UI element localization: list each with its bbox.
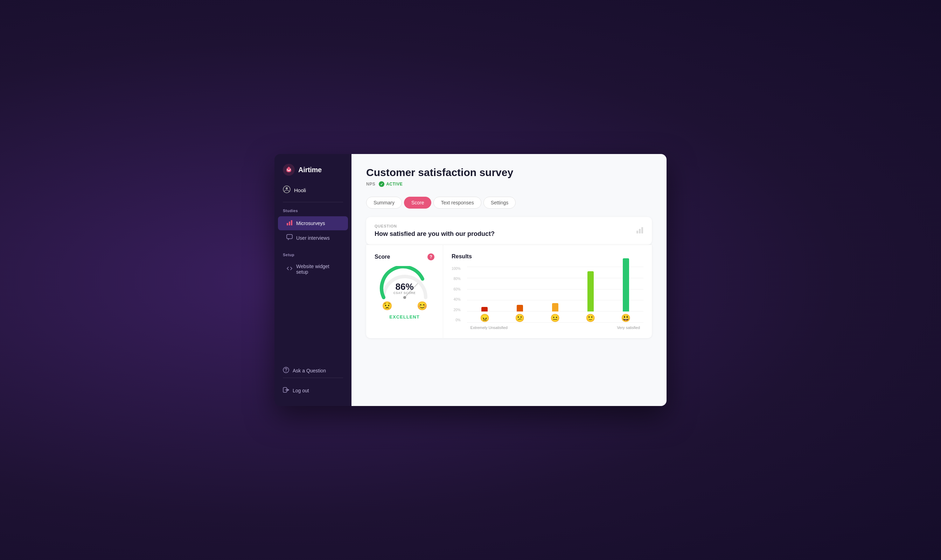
log-out-label: Log out (293, 388, 309, 394)
chart-area: 100% 80% 60% 40% 20% 0% (451, 267, 644, 330)
emoji-row: 😟 😊 (382, 301, 427, 311)
emoji-right: 😊 (417, 301, 427, 311)
svg-point-2 (286, 187, 288, 189)
bar-1 (481, 307, 488, 311)
bar-4 (587, 271, 594, 311)
sidebar-item-user-interviews-label: User interviews (296, 235, 330, 241)
sidebar-item-widget-setup[interactable]: Website widget setup (278, 260, 348, 278)
setup-section: Setup Website widget setup (274, 253, 351, 278)
question-text: How satisfied are you with our product? (374, 230, 494, 238)
active-status-dot (379, 181, 384, 187)
studies-label: Studies (274, 209, 351, 216)
bar-3 (552, 303, 558, 311)
app-container: Airtime Hooli Studies (274, 154, 667, 406)
tab-settings[interactable]: Settings (484, 197, 516, 209)
sidebar-item-microsurveys[interactable]: Microsurveys (278, 216, 348, 230)
y-label-20: 20% (451, 308, 461, 312)
bar-5 (623, 258, 629, 311)
x-label-left: Extremely Unsatisfied (470, 326, 508, 330)
svg-rect-5 (291, 220, 292, 225)
bar-2 (517, 305, 523, 311)
bar-emoji-3: 😐 (550, 314, 560, 323)
bar-emoji-1: 😠 (480, 314, 490, 323)
y-label-40: 40% (451, 297, 461, 302)
studies-section: Studies Microsurveys (274, 209, 351, 246)
y-label-80: 80% (451, 277, 461, 281)
chart-bars-wrapper: 😠 😕 😐 (467, 267, 644, 323)
tab-text-responses[interactable]: Text responses (433, 197, 481, 209)
help-circle-icon (283, 367, 289, 374)
cards-row: Score ? 86% CS (366, 245, 652, 338)
user-section: Hooli (274, 186, 351, 202)
bar-group-4: 🙂 (586, 271, 595, 323)
logo: Airtime (274, 164, 351, 186)
bar-emoji-4: 🙂 (586, 314, 595, 323)
user-avatar-icon (283, 186, 291, 195)
sidebar: Airtime Hooli Studies (274, 154, 351, 406)
log-out-icon (283, 387, 289, 394)
sidebar-divider-1 (283, 202, 343, 202)
sidebar-divider-2 (283, 378, 343, 378)
bar-emoji-5: 😃 (621, 314, 630, 323)
bars-row: 😠 😕 😐 (467, 267, 644, 323)
code-icon (286, 265, 293, 273)
bar-group-2: 😕 (515, 305, 524, 323)
question-label: QUESTION (374, 224, 494, 228)
sidebar-bottom: Ask a Question Log out (274, 364, 351, 398)
tab-score[interactable]: Score (404, 197, 432, 209)
log-out-item[interactable]: Log out (274, 384, 351, 398)
results-card: Results 100% 80% 60% 40% 20% 0% (443, 245, 652, 338)
sidebar-item-user-interviews[interactable]: User interviews (278, 231, 348, 245)
main-content: Customer satisfaction survey NPS ACTIVE … (351, 154, 667, 406)
chart-icon (636, 226, 644, 235)
x-axis-labels: Extremely Unsatisfied Very satisfied (467, 326, 644, 330)
gauge-container: 86% CSAT SCORE (379, 266, 431, 297)
question-card: QUESTION How satisfied are you with our … (366, 217, 652, 245)
meta-active-label: ACTIVE (386, 182, 403, 186)
tab-summary[interactable]: Summary (366, 197, 402, 209)
tab-bar: Summary Score Text responses Settings (366, 197, 652, 209)
x-label-right: Very satisfied (617, 326, 640, 330)
gauge-value: 86% CSAT SCORE (393, 282, 416, 295)
page-meta: NPS ACTIVE (366, 181, 652, 187)
gauge-percent: 86% (393, 282, 416, 291)
svg-rect-11 (639, 229, 641, 234)
help-icon[interactable]: ? (427, 254, 434, 260)
bar-group-1: 😠 (480, 307, 490, 323)
question-content: QUESTION How satisfied are you with our … (374, 224, 494, 238)
svg-point-8 (286, 371, 286, 372)
svg-rect-12 (641, 227, 643, 234)
sidebar-item-widget-setup-label: Website widget setup (296, 263, 340, 275)
ask-question-label: Ask a Question (293, 368, 326, 374)
excellent-label: EXCELLENT (389, 314, 419, 320)
setup-label: Setup (274, 253, 351, 260)
ask-question-item[interactable]: Ask a Question (274, 364, 351, 378)
svg-rect-10 (636, 231, 638, 234)
bar-chart-icon (286, 220, 293, 227)
question-header: QUESTION How satisfied are you with our … (374, 224, 644, 245)
y-label-0: 0% (451, 318, 461, 322)
score-card-header: Score ? (374, 254, 434, 260)
svg-rect-4 (289, 222, 290, 225)
meta-nps: NPS (366, 182, 375, 186)
svg-rect-3 (287, 223, 288, 225)
chat-icon (286, 234, 293, 242)
bar-group-5: 😃 (621, 258, 630, 323)
chart-inner: 😠 😕 😐 (467, 267, 644, 330)
score-title: Score (374, 254, 390, 260)
bar-emoji-2: 😕 (515, 314, 524, 323)
y-label-60: 60% (451, 287, 461, 291)
user-name: Hooli (294, 187, 306, 193)
airtime-logo-icon (283, 164, 295, 176)
y-label-100: 100% (451, 267, 461, 271)
sidebar-item-microsurveys-label: Microsurveys (296, 220, 325, 226)
gauge-csat-label: CSAT SCORE (393, 291, 416, 295)
svg-point-14 (403, 296, 406, 299)
emoji-left: 😟 (382, 301, 393, 311)
score-card: Score ? 86% CS (366, 245, 443, 338)
svg-rect-6 (287, 234, 292, 239)
meta-active: ACTIVE (379, 181, 403, 187)
logo-text: Airtime (298, 166, 322, 174)
results-title: Results (451, 254, 644, 260)
page-title: Customer satisfaction survey (366, 166, 652, 178)
